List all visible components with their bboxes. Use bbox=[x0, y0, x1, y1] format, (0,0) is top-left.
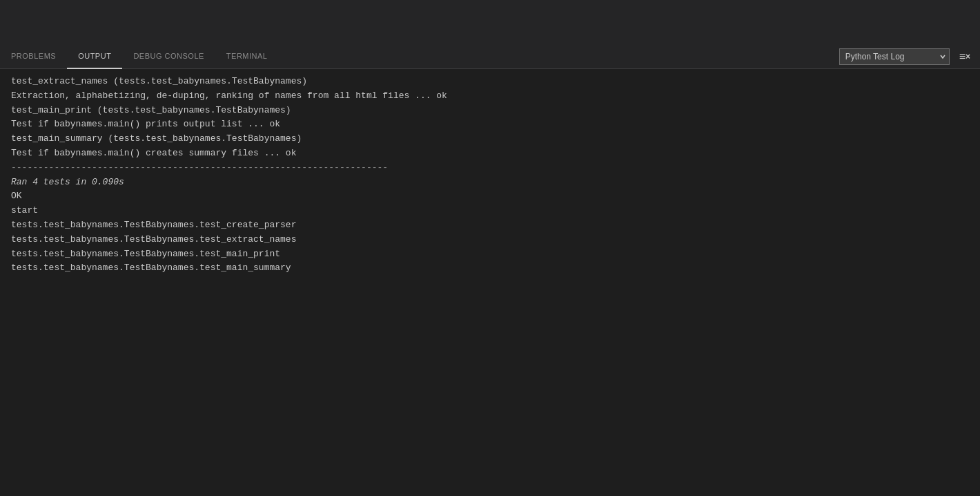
output-line: tests.test_babynames.TestBabynames.test_… bbox=[11, 247, 969, 262]
output-line: tests.test_babynames.TestBabynames.test_… bbox=[11, 218, 969, 233]
output-line: test_main_print (tests.test_babynames.Te… bbox=[11, 104, 969, 118]
output-line: start bbox=[11, 204, 969, 218]
top-bar bbox=[0, 0, 980, 45]
tab-right-controls: Python Test Log Git Extension Host ≡× bbox=[839, 48, 980, 65]
tab-output[interactable]: OUTPUT bbox=[67, 45, 122, 69]
output-line: Extraction, alphabetizing, de-duping, ra… bbox=[11, 89, 969, 104]
output-line: Test if babynames.main() prints output l… bbox=[11, 117, 969, 132]
tab-debug-console[interactable]: DEBUG CONSOLE bbox=[122, 45, 215, 69]
output-line: ----------------------------------------… bbox=[11, 161, 969, 175]
output-source-dropdown[interactable]: Python Test Log Git Extension Host bbox=[839, 48, 950, 65]
tab-bar: PROBLEMS OUTPUT DEBUG CONSOLE TERMINAL P… bbox=[0, 45, 980, 69]
output-line: test_main_summary (tests.test_babynames.… bbox=[11, 132, 969, 146]
output-line: tests.test_babynames.TestBabynames.test_… bbox=[11, 261, 969, 276]
tab-problems[interactable]: PROBLEMS bbox=[0, 45, 67, 69]
output-line: OK bbox=[11, 189, 969, 204]
clear-icon: ≡× bbox=[959, 50, 970, 63]
tab-terminal[interactable]: TERMINAL bbox=[215, 45, 279, 69]
output-panel[interactable]: test_extract_names (tests.test_babynames… bbox=[0, 69, 980, 496]
clear-output-button[interactable]: ≡× bbox=[955, 49, 974, 64]
output-line: Test if babynames.main() creates summary… bbox=[11, 146, 969, 161]
output-content: test_extract_names (tests.test_babynames… bbox=[0, 72, 980, 278]
output-line: Ran 4 tests in 0.090s bbox=[11, 175, 969, 190]
output-line: tests.test_babynames.TestBabynames.test_… bbox=[11, 233, 969, 247]
output-line: test_extract_names (tests.test_babynames… bbox=[11, 75, 969, 89]
